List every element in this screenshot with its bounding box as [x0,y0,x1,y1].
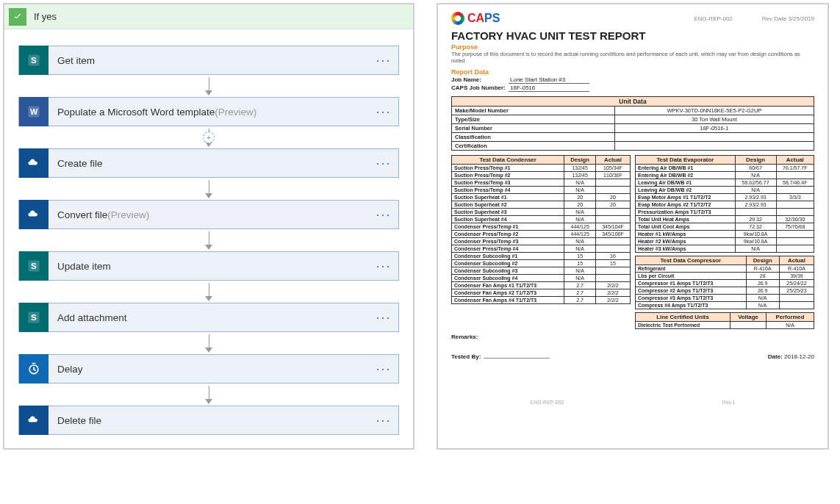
row-design: 26.9 [746,287,779,295]
plus-icon[interactable]: + [203,132,215,143]
row-label: Condenser Press/Temp #3 [452,238,564,245]
ellipsis-icon[interactable]: ··· [369,53,398,68]
step-label: Populate a Microsoft Word template(Previ… [49,107,369,118]
flow-step[interactable]: Delay··· [18,354,399,384]
row-label: Suction Superheat #1 [452,194,564,201]
ellipsis-icon[interactable]: ··· [369,310,398,325]
row-actual: 58.7/46.4F [776,179,814,187]
flow-step[interactable]: Delete file··· [18,406,399,435]
row-design: 2.7 [564,289,595,297]
step-label: Add attachment [49,312,369,323]
ellipsis-icon[interactable]: ··· [369,361,398,377]
row-design: 2.93/2.93 [735,201,776,209]
row-actual: 25/24/22 [779,280,814,287]
row-design [730,322,767,329]
row-design: N/A [564,216,595,223]
unitdata-val [614,133,814,142]
row-label: Evap Motor Amps #1 T1/T2/T2 [636,194,736,201]
condition-label: If yes [34,11,57,22]
row-design: 9kw/10.8A [735,238,776,245]
doc-code: ENG-REP-002 [694,15,732,22]
row-label: Heater #1 kW/Amps [636,231,736,238]
row-design: 58.62/56.77 [735,179,776,187]
flow-step[interactable]: WPopulate a Microsoft Word template(Prev… [18,97,399,126]
row-actual: 20 [595,201,630,209]
row-label: Condenser Fan Amps #1 T1/T2/T3 [452,282,564,289]
sp-icon: S [19,303,49,332]
arrow-connector[interactable] [205,75,212,97]
flow-step[interactable]: Create file··· [18,148,399,178]
row-label: Lbs per Circuit [636,273,747,280]
row-label: Evap Motor Amps #2 T1/T2/T2 [636,201,736,209]
doc-title: FACTORY HVAC UNIT TEST REPORT [451,29,814,42]
row-label: Compressor #3 Amps T1/T2/T3 [636,295,747,302]
step-label: Create file [49,158,369,169]
row-actual: 3/3/3 [776,194,814,201]
row-actual [776,238,814,245]
compressor-table: Test Data CompressorDesignActual Refrige… [635,256,814,309]
unitdata-val: WPKV-30TD-0NN18KE-5E5-P2-G2UP [614,107,814,115]
row-label: Suction Press/Temp #1 [452,165,564,172]
arrow-connector[interactable]: + [205,126,212,148]
arrow-connector[interactable] [205,281,212,303]
ellipsis-icon[interactable]: ··· [369,259,398,274]
row-actual: 2/2/2 [595,297,630,304]
row-design: 15 [564,253,595,260]
footer-code: ENG-REP-002 [531,400,564,405]
row-actual: 2/2/2 [595,282,630,289]
row-design: N/A [564,209,595,216]
unitdata-key: Classification [452,133,615,142]
unitdata-key: Make/Model Number [452,107,615,115]
row-actual: 110/36F [595,172,630,179]
row-actual [779,302,814,309]
condition-bar[interactable]: If yes [4,4,413,29]
row-design: 28 [746,273,779,280]
arrow-connector[interactable] [205,229,212,251]
row-design: 20 [564,201,595,209]
row-label: Compressor #1 Amps T1/T2/T3 [636,280,747,287]
row-design: N/A [735,172,776,179]
row-actual: 345/104F [595,223,630,231]
dl-icon [19,354,49,384]
row-design: 444/125 [564,231,595,238]
row-design: N/A [564,187,595,194]
step-label: Delete file [49,415,369,426]
row-label: Suction Superheat #2 [452,201,564,209]
purpose-heading: Purpose [451,43,814,51]
arrow-connector[interactable] [205,384,212,406]
row-label: Suction Press/Temp #2 [452,172,564,179]
ellipsis-icon[interactable]: ··· [369,413,398,428]
flow-step[interactable]: SGet item··· [18,46,399,75]
row-label: Entering Air DB/WB #2 [636,172,736,179]
step-label: Delay [49,364,369,375]
row-actual: 32/30/30 [776,216,814,223]
row-label: Dielectric Test Performed [636,322,730,329]
row-actual: 25/25/23 [779,287,814,295]
steps-container: SGet item···WPopulate a Microsoft Word t… [4,29,413,441]
od-icon [19,148,49,178]
ellipsis-icon[interactable]: ··· [369,104,398,120]
arrow-connector[interactable] [205,332,212,354]
row-label: Condenser Press/Temp #2 [452,231,564,238]
flow-step[interactable]: SUpdate item··· [18,251,399,281]
row-design: 2.93/2.93 [735,194,776,201]
unitdata-val: 18F-0516-1 [614,124,814,133]
row-design: N/A [564,179,595,187]
row-actual [595,245,630,253]
row-design: 29.32 [735,216,776,223]
od-icon [19,406,49,435]
svg-text:S: S [31,261,37,270]
ellipsis-icon[interactable]: ··· [369,207,398,223]
logo-text: CAPS [467,12,500,25]
unitdata-key: Type/Size [452,115,615,124]
flow-step[interactable]: SAdd attachment··· [18,303,399,332]
row-design: N/A [564,238,595,245]
row-design: 132/45 [564,165,595,172]
row-actual [595,187,630,194]
arrow-connector[interactable] [205,178,212,200]
flow-step[interactable]: Convert file(Preview)··· [18,200,399,229]
row-label: Leaving Air DB/WB #1 [636,179,736,187]
ellipsis-icon[interactable]: ··· [369,156,398,171]
purpose-text: The purpose of this document is to recor… [451,51,814,64]
step-label: Get item [49,55,369,66]
